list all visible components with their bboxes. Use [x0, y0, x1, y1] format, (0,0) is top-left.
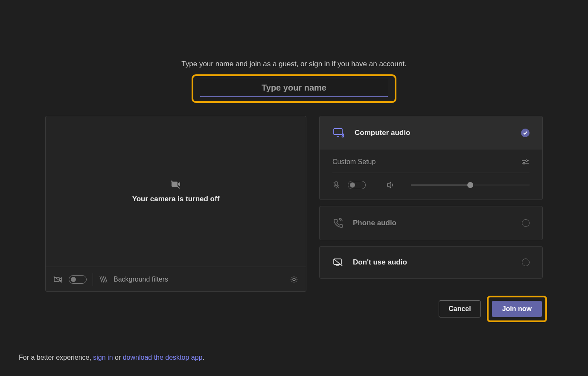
- computer-audio-label: Computer audio: [355, 129, 512, 137]
- no-audio-icon: [332, 258, 343, 267]
- svg-rect-0: [172, 182, 178, 187]
- name-input-highlight: [192, 74, 396, 103]
- no-audio-label: Don't use audio: [353, 258, 512, 267]
- camera-off-icon: [170, 179, 181, 189]
- name-input[interactable]: [200, 79, 388, 97]
- join-now-button[interactable]: Join now: [492, 301, 542, 317]
- download-app-link[interactable]: download the desktop app: [123, 354, 203, 361]
- join-button-highlight: Join now: [487, 296, 547, 322]
- computer-audio-option[interactable]: Computer audio Custom Setup: [319, 116, 543, 200]
- svg-rect-3: [334, 129, 342, 135]
- volume-slider-thumb[interactable]: [467, 182, 473, 188]
- no-audio-radio[interactable]: [522, 258, 530, 266]
- computer-audio-icon: [332, 127, 345, 138]
- sign-in-link[interactable]: sign in: [93, 354, 113, 361]
- selected-check-icon: [521, 129, 530, 137]
- background-filters-button[interactable]: Background filters: [114, 276, 168, 283]
- svg-point-7: [523, 162, 525, 164]
- phone-audio-radio[interactable]: [522, 219, 530, 227]
- volume-slider[interactable]: [411, 185, 530, 185]
- phone-audio-icon: [332, 217, 343, 229]
- camera-off-text: Your camera is turned off: [132, 195, 220, 203]
- instruction-text: Type your name and join as a guest, or s…: [181, 60, 406, 68]
- phone-audio-label: Phone audio: [353, 219, 512, 227]
- mic-muted-icon: [332, 181, 340, 189]
- footer-text: For a better experience, sign in or down…: [19, 354, 204, 361]
- no-audio-option[interactable]: Don't use audio: [319, 246, 543, 279]
- svg-point-2: [293, 278, 295, 281]
- svg-point-5: [526, 160, 527, 162]
- svg-rect-1: [54, 277, 59, 282]
- camera-toggle[interactable]: [69, 275, 87, 284]
- mic-toggle[interactable]: [348, 181, 366, 189]
- custom-setup-label: Custom Setup: [332, 158, 376, 166]
- cancel-button[interactable]: Cancel: [439, 300, 480, 317]
- camera-icon: [53, 276, 63, 283]
- gear-icon[interactable]: [290, 275, 298, 284]
- speaker-icon: [386, 181, 395, 189]
- camera-preview-panel: Your camera is turned off Ba: [45, 116, 306, 292]
- background-filters-icon: [99, 276, 108, 283]
- settings-sliders-icon[interactable]: [521, 159, 530, 165]
- phone-audio-option[interactable]: Phone audio: [319, 206, 543, 240]
- audio-panel: Computer audio Custom Setup: [319, 116, 543, 292]
